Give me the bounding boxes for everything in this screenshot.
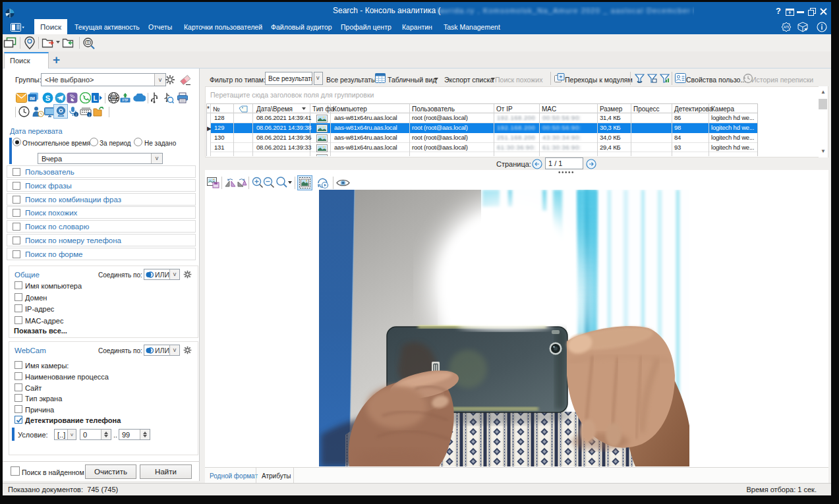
- svg-text:ID: ID: [86, 41, 90, 44]
- svg-text:S: S: [45, 94, 50, 102]
- svg-text:АПІ: АПІ: [784, 25, 789, 29]
- svg-text:L: L: [93, 95, 97, 102]
- svg-text:FTP: FTP: [123, 99, 129, 102]
- svg-text:IM: IM: [30, 96, 35, 101]
- svg-text:HTTP: HTTP: [111, 97, 117, 99]
